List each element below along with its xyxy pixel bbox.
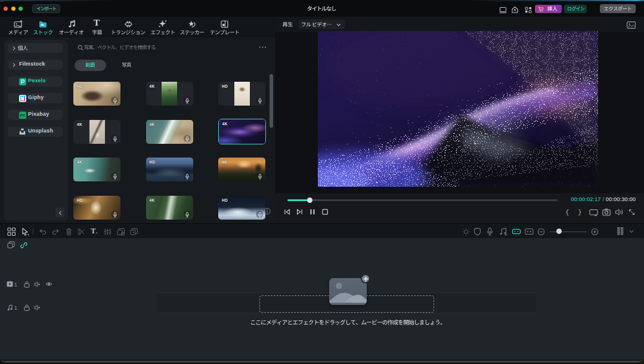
svg-text:PX: PX <box>20 113 25 117</box>
